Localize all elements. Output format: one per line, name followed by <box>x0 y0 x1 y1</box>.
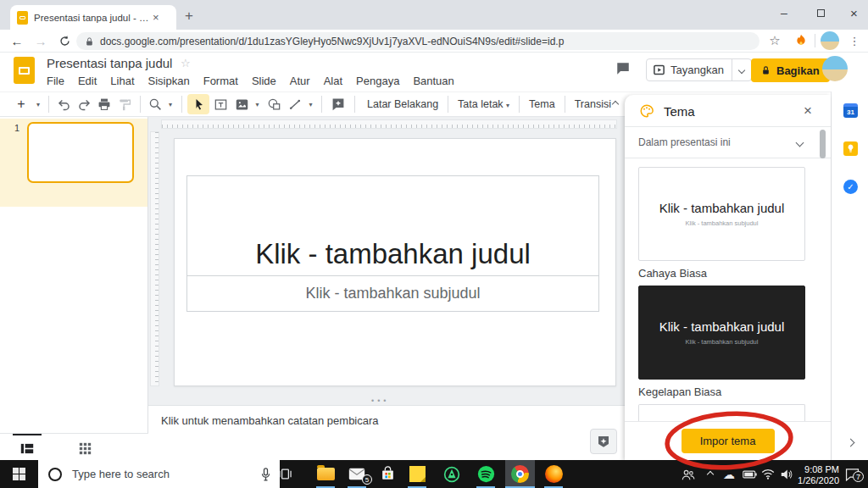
divider <box>565 96 565 113</box>
zoom-dropdown-icon[interactable]: ▾ <box>164 101 176 108</box>
menu-slide[interactable]: Slide <box>252 75 276 87</box>
firefox-icon[interactable] <box>538 460 569 488</box>
menu-pengaya[interactable]: Pengaya <box>356 75 399 87</box>
window-restore-button[interactable] <box>804 0 837 25</box>
insert-shape-icon[interactable] <box>263 97 285 112</box>
menu-bantuan[interactable]: Bantuan <box>413 75 453 87</box>
taskbar-clock[interactable]: 9:08 PM 1/26/2020 <box>795 464 839 485</box>
layout-button[interactable]: Tata letak ▾ <box>451 96 516 113</box>
extension-flame-icon[interactable] <box>792 31 810 50</box>
insert-image-icon[interactable] <box>231 98 252 111</box>
divider <box>354 96 355 113</box>
title-placeholder[interactable]: Klik - tambahkan judul <box>186 175 599 276</box>
theme-card-dark[interactable]: Klik - tambahkan judul Klik - tambahkan … <box>638 286 805 380</box>
store-icon[interactable] <box>372 460 403 488</box>
divider <box>448 96 448 113</box>
theme-panel-header: Tema × <box>625 95 831 127</box>
browser-menu-icon[interactable]: ⋮ <box>845 31 864 50</box>
new-tab-button[interactable]: + <box>180 7 198 25</box>
browser-profile-avatar[interactable] <box>821 31 839 50</box>
sticky-notes-icon[interactable] <box>402 460 432 488</box>
calendar-icon[interactable]: 31 <box>843 103 858 118</box>
subtitle-placeholder[interactable]: Klik - tambahkan subjudul <box>186 275 599 312</box>
taskbar-search[interactable]: Type here to search <box>38 460 280 488</box>
mail-icon[interactable]: 5 <box>342 460 372 488</box>
task-view-button[interactable] <box>270 460 300 488</box>
slides-logo-icon[interactable] <box>14 57 35 84</box>
background-button[interactable]: Latar Belakang <box>360 96 445 113</box>
menu-lihat[interactable]: Lihat <box>110 75 134 87</box>
print-icon[interactable] <box>94 97 114 111</box>
browser-tab-strip: Presentasi tanpa judul - Google S × + – … <box>0 0 868 30</box>
explore-button[interactable] <box>590 429 617 454</box>
redo-icon[interactable] <box>74 97 94 112</box>
image-dropdown-icon[interactable]: ▾ <box>252 101 263 108</box>
people-icon[interactable] <box>675 460 700 488</box>
keep-icon[interactable] <box>843 141 858 156</box>
window-close-button[interactable]: × <box>840 0 868 25</box>
tasks-icon[interactable]: ✓ <box>843 180 858 194</box>
tab-close-icon[interactable]: × <box>153 11 159 24</box>
speaker-notes-panel[interactable]: Klik untuk menambahkan catatan pembicara <box>148 405 625 460</box>
android-studio-icon[interactable] <box>437 460 467 488</box>
back-icon[interactable]: ← <box>7 31 27 50</box>
text-box-icon[interactable] <box>209 97 231 112</box>
line-dropdown-icon[interactable]: ▾ <box>305 101 316 108</box>
start-button[interactable] <box>0 460 38 488</box>
collapse-menus-icon[interactable] <box>605 94 626 114</box>
insert-line-icon[interactable] <box>285 97 305 111</box>
menu-sisipkan[interactable]: Sisipkan <box>148 75 190 87</box>
import-theme-button[interactable]: Impor tema <box>682 429 775 453</box>
theme-card-light[interactable]: Klik - tambahkan judul Klik - tambahkan … <box>638 167 805 261</box>
theme-scope-dropdown[interactable]: Dalam presentasi ini <box>625 127 831 158</box>
document-title[interactable]: Presentasi tanpa judul <box>47 56 172 70</box>
new-slide-button[interactable]: + <box>10 97 32 112</box>
notes-resize-handle[interactable]: ••• <box>371 396 389 405</box>
new-slide-dropdown-icon[interactable]: ▾ <box>32 101 44 108</box>
menu-atur[interactable]: Atur <box>290 75 310 87</box>
bookmark-star-icon[interactable]: ☆ <box>765 31 784 50</box>
present-label: Tayangkan <box>670 64 724 76</box>
hide-side-panel-icon[interactable] <box>842 434 859 451</box>
zoom-icon[interactable] <box>146 97 164 111</box>
menu-format[interactable]: Format <box>203 75 238 87</box>
close-panel-icon[interactable]: × <box>798 102 817 120</box>
present-button[interactable]: Tayangkan <box>646 58 752 81</box>
window-minimize-button[interactable]: – <box>767 0 801 25</box>
divider <box>321 96 322 113</box>
share-button[interactable]: Bagikan <box>751 58 830 82</box>
theme-button[interactable]: Tema <box>522 96 562 113</box>
panel-scrollbar[interactable] <box>820 130 826 158</box>
star-document-icon[interactable]: ☆ <box>181 57 191 69</box>
undo-icon[interactable] <box>53 97 74 112</box>
browser-tab[interactable]: Presentasi tanpa judul - Google S × <box>10 5 176 30</box>
filmstrip-view-icon[interactable] <box>17 440 37 457</box>
select-cursor-icon[interactable] <box>187 94 209 114</box>
slide-thumbnail[interactable] <box>27 122 134 183</box>
divider <box>815 34 815 47</box>
menu-edit[interactable]: Edit <box>78 75 97 87</box>
horizontal-ruler <box>161 119 617 129</box>
url-bar[interactable]: docs.google.com/presentation/d/1du1zasYG… <box>76 32 760 50</box>
comment-icon[interactable] <box>612 59 634 78</box>
chrome-icon[interactable] <box>504 460 535 488</box>
menu-alat[interactable]: Alat <box>324 75 342 87</box>
grid-view-icon[interactable] <box>75 440 95 457</box>
spotify-icon[interactable] <box>470 460 501 488</box>
side-app-strip: 31 ✓ <box>831 92 868 460</box>
menu-file[interactable]: File <box>47 75 64 87</box>
paint-format-icon <box>114 97 135 111</box>
add-comment-icon[interactable] <box>327 97 349 111</box>
present-dropdown-icon[interactable] <box>732 68 751 73</box>
theme-card-partial[interactable] <box>638 404 805 421</box>
file-explorer-icon[interactable] <box>310 460 341 488</box>
slides-favicon-icon <box>17 11 28 25</box>
onedrive-cloud-icon[interactable]: ☁ <box>718 460 740 488</box>
theme-card-title: Klik - tambahkan judul <box>659 319 785 334</box>
reload-icon[interactable] <box>54 31 75 50</box>
theme-name-light: Cahaya Biasa <box>638 267 707 280</box>
account-avatar[interactable] <box>822 56 848 81</box>
action-center-icon[interactable]: 7 <box>839 460 865 488</box>
divider <box>48 96 49 113</box>
browser-address-bar: ← → docs.google.com/presentation/d/1du1z… <box>0 30 868 53</box>
